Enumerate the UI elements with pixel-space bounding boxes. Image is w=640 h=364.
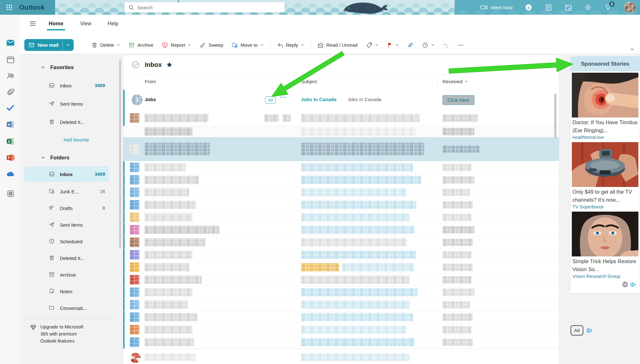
- profile-avatar[interactable]: [624, 2, 636, 13]
- toolbar-undo-button[interactable]: [439, 39, 453, 51]
- todo-calendar-icon[interactable]: [564, 4, 572, 11]
- redacted-email-row[interactable]: [123, 311, 559, 324]
- settings-gear-icon[interactable]: [584, 4, 592, 11]
- ad-title[interactable]: Doctor: If You Have Tinnitus (Ear Ringin…: [572, 117, 638, 134]
- favorites-section-header[interactable]: Favorites: [41, 60, 74, 74]
- ad-email-row[interactable]: J Jobs Ad ... Jobs In Canada Jobs In Can…: [123, 90, 559, 111]
- skype-icon[interactable]: S: [525, 4, 532, 11]
- redacted-email-row[interactable]: [123, 174, 559, 186]
- ad-title[interactable]: Simple Trick Helps Restore Vision So...: [572, 256, 638, 273]
- ad-title[interactable]: Only $49 to get all the TV channels? It'…: [572, 187, 638, 204]
- rail-word-icon[interactable]: W: [6, 120, 15, 129]
- filter-button[interactable]: Filter: [532, 55, 551, 74]
- folder-item-deleted-it[interactable]: Deleted It...: [24, 251, 109, 265]
- onenote-feed-icon[interactable]: [545, 4, 552, 11]
- toolbar-label: Reply: [286, 42, 298, 48]
- adchoices-icon[interactable]: [630, 282, 637, 287]
- redacted-email-row[interactable]: [123, 336, 559, 349]
- ad-link[interactable]: Vision Research Group: [572, 273, 638, 280]
- app-launcher-button[interactable]: [4, 3, 14, 12]
- folder-item-inbox[interactable]: Inbox3409: [24, 166, 109, 182]
- svg-text:S: S: [527, 5, 530, 10]
- folder-item-inbox[interactable]: Inbox3409: [24, 78, 109, 93]
- feedback-emoji-icon[interactable]: [622, 281, 628, 288]
- unread-accent-bar: [123, 174, 125, 186]
- column-received[interactable]: Received: [442, 79, 468, 84]
- rail-mail-icon[interactable]: [6, 38, 15, 47]
- sponsored-item[interactable]: Doctor: If You Have Tinnitus (Ear Ringin…: [571, 71, 640, 141]
- ad-image-device[interactable]: [572, 142, 638, 187]
- redacted-email-row[interactable]: [123, 274, 559, 286]
- redacted-email-row[interactable]: [123, 199, 559, 211]
- toolbar-moveto-button[interactable]: Move to: [227, 39, 268, 51]
- redacted-email-row[interactable]: [123, 261, 559, 274]
- search-bar[interactable]: [125, 2, 285, 12]
- upgrade-promo[interactable]: Upgrade to Microsoft 365 with premium Ou…: [30, 323, 104, 344]
- rail-people-icon[interactable]: [6, 71, 15, 80]
- redacted-email-row[interactable]: [123, 224, 559, 236]
- redacted-email-row[interactable]: [123, 299, 559, 311]
- rail-onedrive-icon[interactable]: [6, 170, 15, 178]
- folder-item-drafts[interactable]: Drafts8: [24, 201, 109, 215]
- ad-row-more-icon[interactable]: ...: [280, 92, 286, 99]
- favorite-star-icon[interactable]: [166, 61, 173, 68]
- folder-pane-scrollbar[interactable]: [119, 59, 121, 248]
- redacted-email-row[interactable]: [123, 236, 559, 249]
- folder-item-junk-e[interactable]: Junk E...16: [24, 184, 109, 198]
- column-from[interactable]: From: [145, 79, 156, 84]
- folder-item-conversati[interactable]: Conversati...: [24, 301, 109, 315]
- folder-item-notes[interactable]: Notes: [24, 284, 109, 298]
- toolbar-snooze-button[interactable]: [418, 39, 439, 51]
- redacted-email-row[interactable]: [123, 324, 559, 336]
- toolbar-flag-button[interactable]: [383, 39, 403, 51]
- redacted-email-row[interactable]: [123, 211, 559, 224]
- toolbar-archive-button[interactable]: Archive: [124, 39, 158, 51]
- sponsored-item[interactable]: Only $49 to get all the TV channels? It'…: [571, 141, 640, 210]
- toolbar-tag-button[interactable]: [362, 39, 383, 51]
- folder-item-deleted-it[interactable]: Deleted It...: [24, 115, 109, 129]
- toolbar-pin-button[interactable]: [403, 39, 418, 51]
- adchoices-icon[interactable]: [587, 328, 594, 333]
- sponsored-item[interactable]: Simple Trick Helps Restore Vision So...V…: [571, 210, 640, 280]
- rail-calendar-icon[interactable]: [6, 55, 15, 64]
- redacted-email-row[interactable]: [123, 110, 559, 126]
- ad-image-ear[interactable]: [572, 73, 638, 117]
- rail-more-apps-icon[interactable]: [6, 189, 15, 198]
- toolbar-report-button[interactable]: Report: [158, 39, 195, 51]
- select-all-checkbox[interactable]: [132, 61, 140, 69]
- toolbar-readunread-button[interactable]: Read / Unread: [313, 39, 362, 51]
- lower-ad-unit: Ad: [571, 325, 594, 336]
- redacted-text: [301, 288, 418, 296]
- toolbar-more-button[interactable]: [453, 39, 468, 51]
- rail-excel-icon[interactable]: X: [6, 137, 15, 146]
- click-here-button[interactable]: Click Here: [442, 95, 474, 105]
- ad-link[interactable]: TV Superboost: [572, 204, 638, 210]
- ad-link[interactable]: healthtrend.live: [572, 134, 638, 141]
- toolbar-sweep-button[interactable]: Sweep: [195, 39, 227, 51]
- folder-item-sent-items[interactable]: Sent Items: [24, 218, 109, 232]
- meet-now-button[interactable]: Meet Now: [480, 4, 513, 11]
- column-subject[interactable]: Subject: [301, 79, 317, 84]
- selected-email-row[interactable]: [123, 137, 559, 161]
- folder-item-sent-items[interactable]: Sent Items: [24, 97, 109, 111]
- ad-image-face[interactable]: [572, 212, 638, 256]
- subject-link[interactable]: Jobs In Canada: [301, 97, 336, 102]
- redacted-email-row[interactable]: [123, 249, 559, 261]
- redacted-email-row[interactable]: [123, 351, 559, 364]
- redacted-email-row[interactable]: [123, 186, 559, 199]
- rail-attachments-icon[interactable]: [6, 87, 15, 96]
- redacted-email-row[interactable]: [123, 126, 559, 137]
- toolbar-reply-button[interactable]: Reply: [273, 39, 308, 51]
- search-input[interactable]: [137, 4, 272, 11]
- rail-todo-icon[interactable]: [6, 103, 15, 112]
- folders-section-header[interactable]: Folders: [41, 150, 69, 165]
- redacted-email-row[interactable]: [123, 286, 559, 299]
- redacted-email-row[interactable]: [123, 161, 559, 174]
- folder-item-archive[interactable]: Archive: [24, 268, 109, 282]
- folder-item-scheduled[interactable]: Scheduled: [24, 234, 109, 248]
- add-favorite-button[interactable]: Add favorite: [63, 133, 89, 147]
- list-scrollbar[interactable]: [554, 93, 556, 138]
- collapse-toolbar-button[interactable]: [630, 47, 634, 53]
- tips-lightbulb-icon[interactable]: 2: [604, 4, 612, 11]
- rail-powerpoint-icon[interactable]: P: [6, 153, 15, 162]
